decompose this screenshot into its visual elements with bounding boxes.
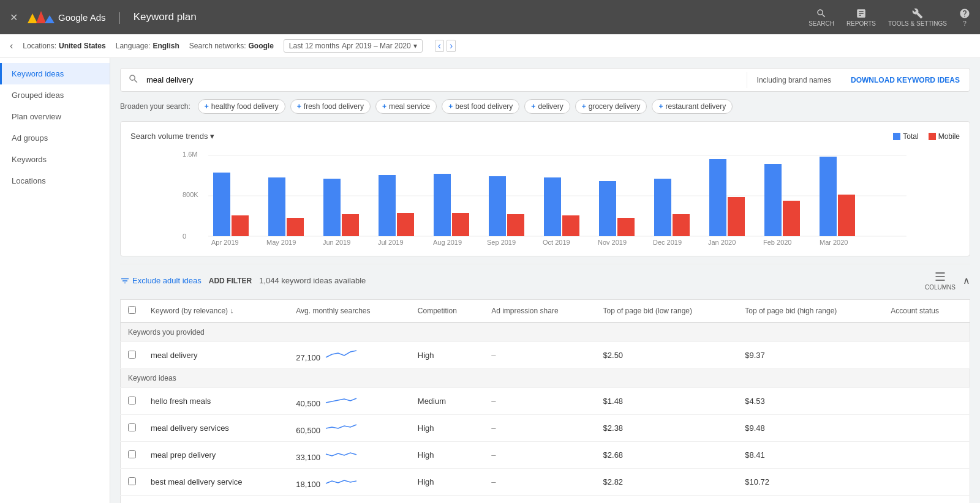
- chart-title[interactable]: Search volume trends ▾: [130, 132, 214, 141]
- help-nav-label: ?: [963, 20, 967, 27]
- network-info: Search networks: Google: [189, 42, 274, 50]
- chart-dropdown-icon: ▾: [210, 132, 214, 141]
- section-label-ideas: Keyword ideas: [121, 369, 970, 388]
- sidebar-item-keywords[interactable]: Keywords: [0, 149, 110, 170]
- svg-text:Oct 2019: Oct 2019: [543, 239, 570, 246]
- search-nav-icon[interactable]: SEARCH: [809, 8, 834, 27]
- reports-nav-icon[interactable]: REPORTS: [846, 8, 876, 27]
- keyword-table: Keyword (by relevance) ↓ Avg. monthly se…: [120, 299, 970, 503]
- chart-title-text: Search volume trends: [130, 132, 208, 141]
- broaden-chip-1[interactable]: + fresh food delivery: [290, 99, 371, 114]
- svg-rect-20: [599, 181, 616, 236]
- row-checkbox-ideas-3[interactable]: [128, 477, 136, 485]
- bid-high-cell: $9.37: [737, 342, 883, 369]
- table-row: best meal delivery service 18,100 High –…: [121, 469, 970, 496]
- ad-impression-cell: –: [484, 342, 595, 369]
- competition-cell: Medium: [410, 388, 484, 415]
- columns-button[interactable]: COLUMNS: [925, 270, 956, 291]
- help-nav-icon[interactable]: ?: [959, 8, 970, 27]
- broaden-chip-label-1: fresh food delivery: [304, 102, 364, 111]
- close-button[interactable]: ✕: [10, 12, 18, 23]
- svg-text:Mar 2020: Mar 2020: [820, 239, 848, 246]
- filter-row: Exclude adult ideas ADD FILTER 1,044 key…: [120, 264, 970, 297]
- page-title: Keyword plan: [134, 11, 801, 23]
- svg-text:800K: 800K: [183, 191, 198, 198]
- svg-rect-6: [213, 173, 230, 236]
- broaden-chip-label-4: delivery: [538, 102, 563, 111]
- keyword-search-input[interactable]: [146, 70, 747, 89]
- section-header-provided: Keywords you provided: [121, 322, 970, 342]
- nav-arrows: ‹ ›: [435, 40, 456, 52]
- sidebar-item-ad-groups[interactable]: Ad groups: [0, 127, 110, 149]
- keyword-cell: meal delivery services: [143, 415, 288, 442]
- svg-rect-13: [397, 213, 414, 236]
- col-header-account-status: Account status: [883, 300, 970, 323]
- svg-rect-11: [342, 214, 359, 236]
- row-checkbox-ideas-1[interactable]: [128, 423, 136, 431]
- svg-rect-8: [268, 177, 285, 236]
- avg-searches-cell: 40,500: [288, 388, 410, 415]
- svg-rect-27: [783, 201, 800, 236]
- keyword-count: 1,044 keyword ideas available: [259, 276, 366, 285]
- svg-text:Jun 2019: Jun 2019: [323, 239, 350, 246]
- broaden-chip-0[interactable]: + healthy food delivery: [198, 99, 285, 114]
- chip-plus-icon: +: [382, 102, 386, 111]
- search-nav-label: SEARCH: [809, 20, 834, 27]
- broaden-chip-label-3: best food delivery: [455, 102, 513, 111]
- sidebar-item-plan-overview[interactable]: Plan overview: [0, 106, 110, 127]
- broaden-chip-4[interactable]: + delivery: [524, 99, 570, 114]
- next-arrow[interactable]: ›: [447, 40, 456, 52]
- back-arrow[interactable]: ‹: [10, 40, 13, 51]
- chart-header: Search volume trends ▾ Total Mobile: [130, 132, 960, 141]
- section-label-provided: Keywords you provided: [121, 322, 970, 342]
- select-all-checkbox[interactable]: [128, 306, 136, 314]
- competition-cell: High: [410, 342, 484, 369]
- sidebar-item-locations-label: Locations: [12, 176, 46, 185]
- exclude-adult-filter[interactable]: Exclude adult ideas: [120, 276, 202, 286]
- chip-plus-icon: +: [531, 102, 535, 111]
- legend-total-label: Total: [903, 132, 918, 141]
- broaden-chip-label-6: restaurant delivery: [665, 102, 726, 111]
- date-range-select[interactable]: Last 12 months Apr 2019 – Mar 2020 ▾: [284, 39, 423, 53]
- svg-text:0: 0: [183, 233, 186, 240]
- col-header-keyword[interactable]: Keyword (by relevance) ↓: [143, 300, 288, 323]
- svg-text:Sep 2019: Sep 2019: [487, 239, 516, 246]
- collapse-button[interactable]: ∧: [963, 275, 970, 286]
- broaden-chip-2[interactable]: + meal service: [375, 99, 437, 114]
- svg-text:Jan 2020: Jan 2020: [708, 239, 736, 246]
- sidebar-item-grouped-ideas[interactable]: Grouped ideas: [0, 84, 110, 106]
- broaden-search-row: Broaden your search: + healthy food deli…: [120, 99, 970, 114]
- svg-text:Apr 2019: Apr 2019: [211, 239, 239, 246]
- broaden-chip-6[interactable]: + restaurant delivery: [652, 99, 733, 114]
- svg-rect-21: [617, 218, 635, 236]
- col-header-competition: Competition: [410, 300, 484, 323]
- svg-rect-7: [232, 215, 249, 236]
- svg-rect-19: [562, 215, 579, 236]
- sidebar-item-keyword-ideas[interactable]: Keyword ideas: [0, 63, 110, 84]
- broaden-chip-5[interactable]: + grocery delivery: [575, 99, 647, 114]
- row-checkbox-ideas-0[interactable]: [128, 397, 136, 404]
- language-info: Language: English: [116, 42, 179, 50]
- sidebar-item-locations[interactable]: Locations: [0, 170, 110, 192]
- table-row: meal delivery services 60,500 High – $2.…: [121, 415, 970, 442]
- legend-total-color: [893, 133, 900, 140]
- row-checkbox-ideas-2[interactable]: [128, 450, 136, 458]
- row-checkbox-0[interactable]: [128, 351, 136, 359]
- broaden-chip-label-5: grocery delivery: [589, 102, 641, 111]
- google-ads-logo: Google Ads: [28, 11, 106, 23]
- svg-rect-18: [544, 177, 561, 236]
- broaden-label: Broaden your search:: [120, 102, 190, 111]
- main-layout: Keyword ideas Grouped ideas Plan overvie…: [0, 58, 980, 503]
- add-filter-button[interactable]: ADD FILTER: [209, 277, 252, 285]
- tools-nav-icon[interactable]: TOOLS & SETTINGS: [888, 8, 947, 27]
- svg-rect-28: [820, 157, 837, 236]
- download-keyword-ideas-button[interactable]: DOWNLOAD KEYWORD IDEAS: [841, 71, 970, 89]
- sidebar-item-keywords-label: Keywords: [12, 155, 47, 164]
- broaden-chip-3[interactable]: + best food delivery: [442, 99, 519, 114]
- svg-rect-10: [323, 179, 341, 236]
- chip-plus-icon: +: [658, 102, 663, 111]
- prev-arrow[interactable]: ‹: [435, 40, 444, 52]
- col-header-bid-low: Top of page bid (low range): [596, 300, 738, 323]
- svg-rect-22: [654, 179, 671, 236]
- keyword-cell: meal delivery: [143, 342, 288, 369]
